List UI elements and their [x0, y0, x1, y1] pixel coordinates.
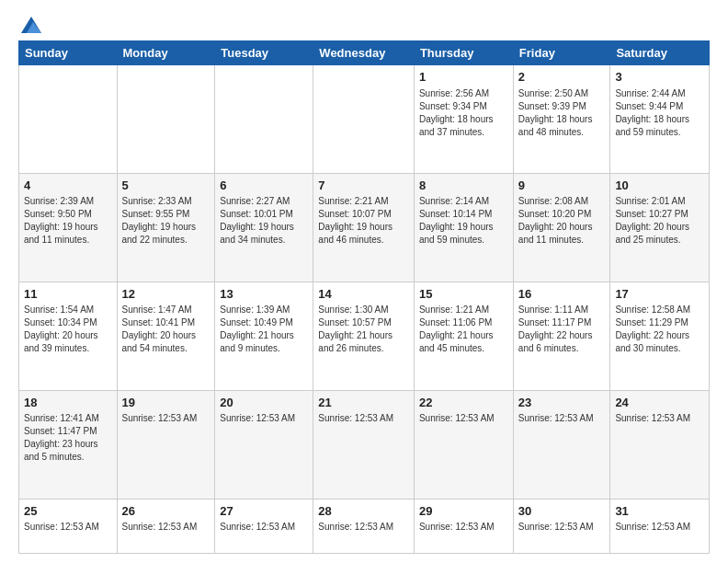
day-info: Sunrise: 12:53 AM [122, 521, 210, 534]
day-info: Sunrise: 12:41 AM Sunset: 11:47 PM Dayli… [24, 412, 112, 464]
logo-icon [21, 17, 41, 33]
calendar-week-3: 11Sunrise: 1:54 AM Sunset: 10:34 PM Dayl… [19, 282, 710, 390]
calendar-cell: 3Sunrise: 2:44 AM Sunset: 9:44 PM Daylig… [610, 65, 710, 174]
header [18, 17, 710, 35]
day-info: Sunrise: 12:53 AM [318, 412, 409, 425]
day-info: Sunrise: 2:33 AM Sunset: 9:55 PM Dayligh… [122, 195, 210, 247]
day-number: 6 [220, 178, 308, 194]
calendar-cell: 13Sunrise: 1:39 AM Sunset: 10:49 PM Dayl… [215, 282, 313, 390]
day-info: Sunrise: 2:50 AM Sunset: 9:39 PM Dayligh… [518, 87, 606, 139]
day-info: Sunrise: 2:21 AM Sunset: 10:07 PM Daylig… [318, 195, 409, 247]
calendar-cell: 2Sunrise: 2:50 AM Sunset: 9:39 PM Daylig… [513, 65, 610, 174]
day-info: Sunrise: 12:53 AM [518, 521, 606, 534]
calendar-cell [313, 65, 415, 174]
day-number: 12 [122, 286, 210, 303]
calendar-cell: 9Sunrise: 2:08 AM Sunset: 10:20 PM Dayli… [513, 173, 610, 282]
day-number: 23 [518, 395, 606, 411]
day-info: Sunrise: 2:08 AM Sunset: 10:20 PM Daylig… [518, 195, 606, 247]
day-info: Sunrise: 2:56 AM Sunset: 9:34 PM Dayligh… [419, 87, 508, 139]
calendar-header-saturday: Saturday [610, 41, 710, 65]
calendar-week-2: 4Sunrise: 2:39 AM Sunset: 9:50 PM Daylig… [19, 173, 710, 282]
calendar-cell: 1Sunrise: 2:56 AM Sunset: 9:34 PM Daylig… [414, 65, 513, 174]
calendar-cell: 12Sunrise: 1:47 AM Sunset: 10:41 PM Dayl… [117, 282, 215, 390]
day-info: Sunrise: 12:53 AM [419, 521, 508, 534]
calendar-cell: 8Sunrise: 2:14 AM Sunset: 10:14 PM Dayli… [414, 173, 513, 282]
calendar-cell: 4Sunrise: 2:39 AM Sunset: 9:50 PM Daylig… [19, 173, 118, 282]
calendar-cell [215, 65, 313, 174]
day-info: Sunrise: 2:39 AM Sunset: 9:50 PM Dayligh… [24, 195, 112, 247]
calendar-week-4: 18Sunrise: 12:41 AM Sunset: 11:47 PM Day… [19, 390, 710, 499]
calendar-header-sunday: Sunday [19, 41, 118, 65]
day-number: 27 [220, 503, 308, 520]
day-info: Sunrise: 1:39 AM Sunset: 10:49 PM Daylig… [220, 304, 308, 355]
calendar-cell: 16Sunrise: 1:11 AM Sunset: 11:17 PM Dayl… [513, 282, 610, 390]
calendar-cell: 23Sunrise: 12:53 AM [513, 390, 610, 499]
day-info: Sunrise: 1:21 AM Sunset: 11:06 PM Daylig… [419, 304, 508, 355]
day-number: 29 [419, 503, 508, 520]
calendar-header-row: SundayMondayTuesdayWednesdayThursdayFrid… [19, 41, 710, 65]
calendar-cell: 24Sunrise: 12:53 AM [610, 390, 710, 499]
calendar-page: SundayMondayTuesdayWednesdayThursdayFrid… [0, 0, 728, 563]
day-info: Sunrise: 12:53 AM [419, 412, 508, 425]
day-number: 25 [24, 503, 112, 520]
calendar-header-tuesday: Tuesday [215, 41, 313, 65]
day-info: Sunrise: 1:47 AM Sunset: 10:41 PM Daylig… [122, 304, 210, 355]
day-info: Sunrise: 12:53 AM [220, 521, 308, 534]
calendar-cell: 15Sunrise: 1:21 AM Sunset: 11:06 PM Dayl… [414, 282, 513, 390]
day-number: 17 [615, 286, 704, 303]
day-info: Sunrise: 2:44 AM Sunset: 9:44 PM Dayligh… [615, 87, 704, 139]
day-number: 31 [615, 503, 704, 520]
calendar-cell: 20Sunrise: 12:53 AM [215, 390, 313, 499]
day-info: Sunrise: 12:53 AM [122, 412, 210, 425]
day-number: 4 [24, 178, 112, 194]
day-number: 18 [24, 395, 112, 411]
day-number: 22 [419, 395, 508, 411]
day-info: Sunrise: 1:11 AM Sunset: 11:17 PM Daylig… [518, 304, 606, 355]
day-info: Sunrise: 12:53 AM [518, 412, 606, 425]
day-number: 26 [122, 503, 210, 520]
day-info: Sunrise: 1:30 AM Sunset: 10:57 PM Daylig… [318, 304, 409, 355]
day-info: Sunrise: 12:58 AM Sunset: 11:29 PM Dayli… [615, 304, 704, 355]
calendar-cell: 7Sunrise: 2:21 AM Sunset: 10:07 PM Dayli… [313, 173, 415, 282]
calendar-header-wednesday: Wednesday [313, 41, 415, 65]
calendar-cell: 28Sunrise: 12:53 AM [313, 499, 415, 553]
day-info: Sunrise: 12:53 AM [24, 521, 112, 534]
day-number: 1 [419, 69, 508, 86]
day-number: 9 [518, 178, 606, 194]
day-info: Sunrise: 12:53 AM [615, 521, 704, 534]
day-number: 5 [122, 178, 210, 194]
day-info: Sunrise: 1:54 AM Sunset: 10:34 PM Daylig… [24, 304, 112, 355]
day-info: Sunrise: 12:53 AM [318, 521, 409, 534]
day-number: 15 [419, 286, 508, 303]
calendar-cell [117, 65, 215, 174]
day-info: Sunrise: 12:53 AM [615, 412, 704, 425]
calendar-table: SundayMondayTuesdayWednesdayThursdayFrid… [18, 40, 710, 554]
calendar-cell: 11Sunrise: 1:54 AM Sunset: 10:34 PM Dayl… [19, 282, 118, 390]
calendar-cell: 14Sunrise: 1:30 AM Sunset: 10:57 PM Dayl… [313, 282, 415, 390]
day-number: 3 [615, 69, 704, 86]
day-number: 8 [419, 178, 508, 194]
logo [18, 17, 41, 35]
day-number: 14 [318, 286, 409, 303]
day-number: 13 [220, 286, 308, 303]
day-number: 28 [318, 503, 409, 520]
calendar-cell: 26Sunrise: 12:53 AM [117, 499, 215, 553]
calendar-cell: 18Sunrise: 12:41 AM Sunset: 11:47 PM Day… [19, 390, 118, 499]
calendar-cell: 17Sunrise: 12:58 AM Sunset: 11:29 PM Day… [610, 282, 710, 390]
calendar-header-thursday: Thursday [414, 41, 513, 65]
calendar-cell: 27Sunrise: 12:53 AM [215, 499, 313, 553]
day-number: 7 [318, 178, 409, 194]
calendar-cell: 5Sunrise: 2:33 AM Sunset: 9:55 PM Daylig… [117, 173, 215, 282]
day-info: Sunrise: 2:27 AM Sunset: 10:01 PM Daylig… [220, 195, 308, 247]
calendar-cell [19, 65, 118, 174]
calendar-cell: 10Sunrise: 2:01 AM Sunset: 10:27 PM Dayl… [610, 173, 710, 282]
calendar-cell: 25Sunrise: 12:53 AM [19, 499, 118, 553]
day-number: 30 [518, 503, 606, 520]
calendar-cell: 21Sunrise: 12:53 AM [313, 390, 415, 499]
calendar-cell: 22Sunrise: 12:53 AM [414, 390, 513, 499]
day-number: 21 [318, 395, 409, 411]
calendar-week-1: 1Sunrise: 2:56 AM Sunset: 9:34 PM Daylig… [19, 65, 710, 174]
calendar-header-friday: Friday [513, 41, 610, 65]
day-number: 11 [24, 286, 112, 303]
day-number: 10 [615, 178, 704, 194]
